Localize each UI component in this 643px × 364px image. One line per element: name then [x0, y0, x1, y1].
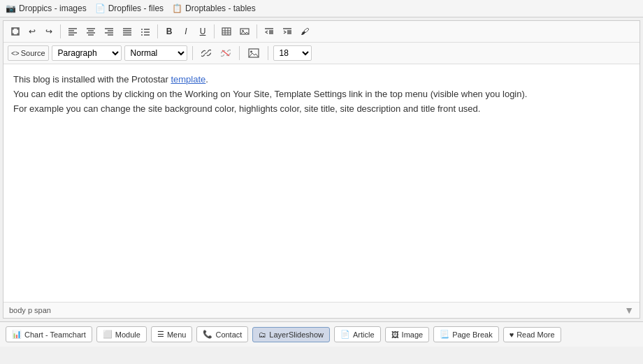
format-select[interactable]: Normal Bold Italic: [124, 45, 187, 61]
layerslideshow-label: LayerSlideshow: [269, 330, 324, 339]
source-icon: <>: [11, 50, 20, 57]
indent-left-button[interactable]: [261, 24, 277, 39]
module-button[interactable]: ⬜ Module: [96, 326, 147, 342]
article-icon: 📄: [340, 330, 350, 339]
dropfiles-label: Dropfiles - files: [108, 3, 164, 13]
content-line1-text: This blog is installed with the Protosta…: [13, 74, 171, 85]
chart-button[interactable]: 📊 Chart - Teamchart: [6, 326, 92, 342]
separator7: [268, 46, 268, 60]
source-label: Source: [21, 49, 45, 57]
unlink-button[interactable]: [217, 45, 234, 61]
droptables-icon: 📋: [172, 3, 182, 13]
table-button[interactable]: [218, 24, 235, 39]
insert-image-button[interactable]: [245, 45, 263, 61]
separator6: [239, 46, 240, 60]
format-paint-button[interactable]: 🖌: [297, 24, 312, 39]
separator1: [60, 24, 61, 38]
resize-handle[interactable]: ▼: [624, 305, 634, 316]
align-center-button[interactable]: [82, 24, 99, 39]
svg-point-19: [141, 34, 143, 36]
image-button[interactable]: [236, 24, 253, 39]
article-button[interactable]: 📄 Article: [334, 326, 381, 342]
dropfiles-icon: 📄: [95, 3, 106, 13]
content-line1-end: .: [205, 74, 208, 85]
pagebreak-icon: 📃: [440, 330, 449, 339]
svg-point-17: [141, 29, 143, 30]
bold-button[interactable]: B: [161, 24, 177, 39]
content-line3: For example you can change the site back…: [13, 102, 630, 117]
italic-button[interactable]: I: [178, 24, 194, 39]
undo-button[interactable]: ↩: [24, 24, 40, 39]
menu-icon: ☰: [157, 330, 164, 339]
image-insert-label: Image: [402, 330, 424, 339]
link-button[interactable]: [198, 45, 215, 61]
menu-button[interactable]: ☰ Menu: [151, 326, 193, 342]
list-ul-button[interactable]: [137, 24, 154, 39]
fullscreen-button[interactable]: [8, 24, 23, 39]
indent-right-button[interactable]: [279, 24, 296, 39]
justify-button[interactable]: [119, 24, 136, 39]
dropfiles-tab[interactable]: 📄 Dropfiles - files: [95, 3, 164, 13]
redo-button[interactable]: ↪: [41, 24, 57, 39]
align-right-button[interactable]: [101, 24, 117, 39]
droptables-label: Droptables - tables: [185, 3, 256, 13]
droppics-label: Droppics - images: [19, 3, 87, 13]
article-label: Article: [353, 330, 375, 339]
status-path: body p span: [9, 306, 51, 314]
separator4: [257, 24, 257, 38]
template-link[interactable]: template: [171, 74, 205, 85]
content-line2: You can edit the options by clicking on …: [13, 87, 630, 102]
svg-point-41: [250, 51, 252, 53]
contact-icon: 📞: [203, 330, 212, 339]
svg-line-38: [205, 52, 208, 54]
bottom-toolbar: 📊 Chart - Teamchart ⬜ Module ☰ Menu 📞 Co…: [0, 321, 643, 347]
top-bar: 📷 Droppics - images 📄 Dropfiles - files …: [0, 0, 643, 17]
chart-label: Chart - Teamchart: [24, 330, 86, 339]
separator3: [214, 24, 215, 38]
fontsize-select[interactable]: 18 8 10 12 14 16 20 24: [273, 45, 312, 61]
svg-point-18: [141, 31, 143, 33]
droptables-tab[interactable]: 📋 Droptables - tables: [172, 3, 256, 13]
underline-button[interactable]: U: [195, 24, 210, 39]
image-insert-icon: 🖼: [391, 330, 399, 339]
droppics-tab[interactable]: 📷 Droppics - images: [6, 3, 87, 13]
svg-rect-23: [222, 28, 231, 35]
status-bar: body p span ▼: [3, 302, 640, 318]
contact-label: Contact: [215, 330, 242, 339]
editor-wrapper: ↩ ↪ B I U: [3, 20, 640, 319]
menu-label: Menu: [167, 330, 187, 339]
layerslideshow-icon: 🗂: [259, 330, 266, 339]
readmore-label: Read More: [516, 330, 554, 339]
toolbar-row2: <> Source Paragraph Heading 1 Heading 2 …: [3, 43, 640, 64]
separator2: [157, 24, 158, 38]
image-insert-button[interactable]: 🖼 Image: [385, 327, 430, 342]
toolbar-row1: ↩ ↪ B I U: [3, 21, 640, 43]
content-area[interactable]: This blog is installed with the Protosta…: [3, 64, 640, 302]
contact-button[interactable]: 📞 Contact: [196, 326, 248, 342]
module-icon: ⬜: [103, 330, 113, 339]
layerslideshow-button[interactable]: 🗂 LayerSlideshow: [252, 327, 330, 342]
droppics-icon: 📷: [6, 3, 16, 13]
pagebreak-label: Page Break: [452, 330, 492, 339]
readmore-button[interactable]: ♥ Read More: [503, 327, 561, 342]
separator5: [192, 46, 193, 60]
readmore-icon: ♥: [510, 330, 514, 339]
align-left-button[interactable]: [64, 24, 81, 39]
paragraph-select[interactable]: Paragraph Heading 1 Heading 2 Heading 3: [52, 45, 122, 61]
chart-icon: 📊: [12, 330, 22, 339]
source-button[interactable]: <> Source: [8, 45, 49, 61]
pagebreak-button[interactable]: 📃 Page Break: [433, 326, 498, 342]
module-label: Module: [115, 330, 140, 339]
